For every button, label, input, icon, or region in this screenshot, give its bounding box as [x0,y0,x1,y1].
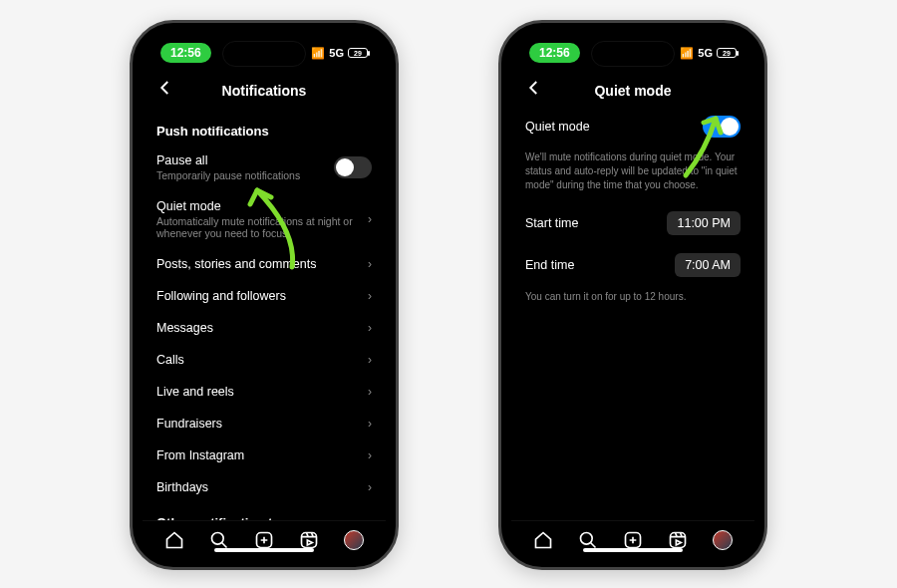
row-start-time[interactable]: Start time 11:00 PM [525,202,741,244]
dynamic-island [222,41,306,67]
quiet-mode-sub: Automatically mute notifications at nigh… [156,215,360,239]
row-live[interactable]: Live and reels › [156,376,372,408]
chevron-right-icon: › [368,289,372,303]
battery-icon: 29 [717,48,737,58]
signal-icon: 📶 [680,47,694,60]
start-time-label: Start time [525,216,659,230]
network-label: 5G [698,47,713,59]
home-indicator[interactable] [583,548,683,552]
row-label: Live and reels [156,385,360,399]
page-title: Notifications [143,83,386,99]
row-birthdays[interactable]: Birthdays › [156,471,372,503]
status-time: 12:56 [529,43,580,63]
chevron-right-icon: › [368,212,372,226]
home-icon[interactable] [163,529,185,551]
phone-left: 12:56 📶 5G 29 Notifications Push notific… [130,20,399,570]
chevron-right-icon: › [368,257,372,271]
row-quiet-mode-toggle[interactable]: Quiet mode [525,112,741,147]
phone-right: 12:56 📶 5G 29 Quiet mode Quiet mode We'l… [498,20,767,570]
row-label: Calls [156,353,360,367]
row-quiet-mode[interactable]: Quiet mode Automatically mute notificati… [156,190,372,248]
pause-all-label: Pause all [156,153,326,167]
row-end-time[interactable]: End time 7:00 AM [525,244,741,286]
content: Push notifications Pause all Temporarily… [143,112,386,520]
profile-avatar[interactable] [343,529,365,551]
pause-all-toggle[interactable] [334,156,372,178]
svg-point-3 [581,533,593,545]
quiet-mode-desc: We'll mute notifications during quiet mo… [525,147,741,202]
avatar [344,530,364,550]
profile-avatar[interactable] [712,529,734,551]
section-other: Other notification types [156,503,372,520]
quiet-mode-label: Quiet mode [156,199,360,213]
row-label: Fundraisers [156,417,360,431]
row-label: Messages [156,321,360,335]
battery-icon: 29 [348,48,368,58]
network-label: 5G [329,47,344,59]
row-fundraisers[interactable]: Fundraisers › [156,408,372,440]
status-right: 📶 5G 29 [680,47,737,60]
chevron-right-icon: › [368,385,372,399]
svg-point-0 [212,533,224,545]
chevron-right-icon: › [368,353,372,367]
row-label: Following and followers [156,289,360,303]
header: Quiet mode [511,73,754,112]
row-following[interactable]: Following and followers › [156,280,372,312]
chevron-right-icon: › [368,480,372,494]
content: Quiet mode We'll mute notifications duri… [511,112,754,520]
home-indicator[interactable] [214,548,314,552]
header: Notifications [143,73,386,112]
quiet-mode-toggle-label: Quiet mode [525,120,695,134]
row-label: From Instagram [156,448,360,462]
quiet-mode-footer: You can turn it on for up to 12 hours. [525,286,741,314]
quiet-mode-toggle[interactable] [703,116,741,138]
chevron-right-icon: › [368,321,372,335]
row-label: Posts, stories and comments [156,257,360,271]
avatar [713,530,733,550]
end-time-label: End time [525,258,667,272]
chevron-right-icon: › [368,448,372,462]
row-messages[interactable]: Messages › [156,312,372,344]
pause-all-sub: Temporarily pause notifications [156,169,326,181]
start-time-value[interactable]: 11:00 PM [667,211,741,235]
row-posts[interactable]: Posts, stories and comments › [156,248,372,280]
home-icon[interactable] [532,529,554,551]
end-time-value[interactable]: 7:00 AM [675,253,741,277]
row-label: Birthdays [156,480,360,494]
page-title: Quiet mode [511,83,754,99]
row-calls[interactable]: Calls › [156,344,372,376]
row-from-instagram[interactable]: From Instagram › [156,440,372,471]
section-push: Push notifications [156,112,372,145]
signal-icon: 📶 [311,47,325,60]
status-right: 📶 5G 29 [311,47,368,60]
status-time: 12:56 [160,43,211,63]
chevron-right-icon: › [368,417,372,431]
dynamic-island [591,41,675,67]
row-pause-all[interactable]: Pause all Temporarily pause notification… [156,145,372,190]
